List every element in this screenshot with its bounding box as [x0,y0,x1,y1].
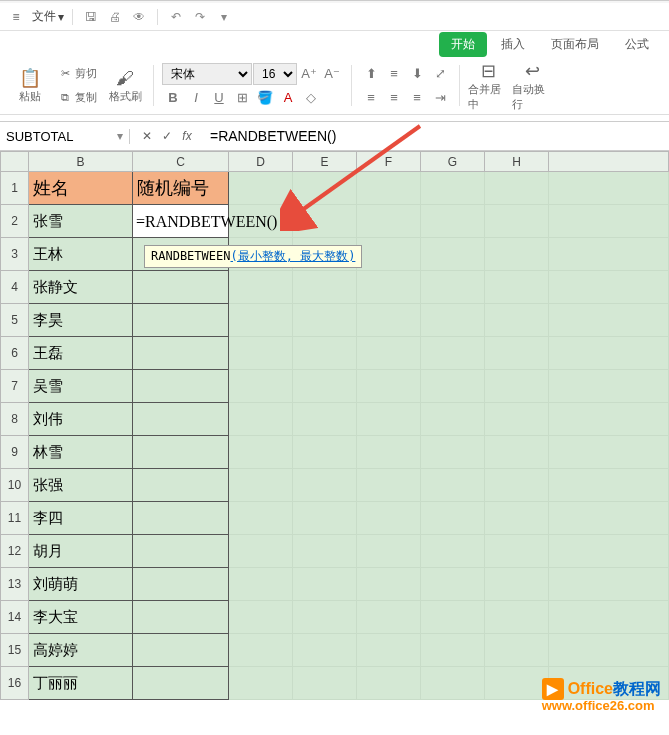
col-header-G[interactable]: G [421,152,485,172]
fill-color-button[interactable]: 🪣 [254,87,276,109]
print-preview-icon[interactable]: 👁 [129,7,149,27]
col-header-D[interactable]: D [229,152,293,172]
save-icon[interactable]: 🖫 [81,7,101,27]
copy-button[interactable]: ⧉复制 [54,87,101,109]
file-menu[interactable]: 文件 ▾ [32,8,64,25]
sheet-area: B C D E F G H 1 姓名 随机编号 2 张雪 3王林 4张静文 5李… [0,151,669,700]
cell-B1[interactable]: 姓名 [29,172,133,205]
paste-icon: 📋 [19,67,41,89]
ribbon: 📋 粘贴 ✂剪切 ⧉复制 🖌 格式刷 宋体 16 A⁺ A⁻ B I U ⊞ [0,57,669,115]
menu-bar: ≡ 文件 ▾ 🖫 🖨 👁 ↶ ↷ ▾ [0,3,669,31]
cell-editing-overlay[interactable]: =RANDBETWEEN() [136,213,277,231]
function-tooltip: RANDBETWEEN(最小整数, 最大整数) [144,245,362,268]
col-header-H[interactable]: H [485,152,549,172]
spreadsheet-grid[interactable]: B C D E F G H 1 姓名 随机编号 2 张雪 3王林 4张静文 5李… [0,151,669,700]
tab-formula[interactable]: 公式 [613,32,661,57]
tab-start[interactable]: 开始 [439,32,487,57]
align-bottom-icon[interactable]: ⬇ [406,63,428,85]
tabs-bar: 开始 插入 页面布局 公式 [0,31,669,57]
font-color-button[interactable]: A [277,87,299,109]
align-right-icon[interactable]: ≡ [406,87,428,109]
align-left-icon[interactable]: ≡ [360,87,382,109]
col-header-E[interactable]: E [293,152,357,172]
scissors-icon: ✂ [58,67,72,81]
indent-icon[interactable]: ⇥ [429,87,451,109]
align-center-icon[interactable]: ≡ [383,87,405,109]
tab-insert[interactable]: 插入 [489,32,537,57]
qat-dropdown-icon[interactable]: ▾ [214,7,234,27]
select-all-corner[interactable] [1,152,29,172]
font-size-select[interactable]: 16 [253,63,297,85]
increase-font-icon[interactable]: A⁺ [298,63,320,85]
col-header-F[interactable]: F [357,152,421,172]
name-box-dropdown-icon[interactable]: ▾ [117,129,123,143]
app-menu-icon[interactable]: ≡ [8,9,24,25]
brush-icon: 🖌 [116,68,134,89]
cell-C1[interactable]: 随机编号 [133,172,229,205]
col-header-end[interactable] [549,152,669,172]
italic-button[interactable]: I [185,87,207,109]
paste-button[interactable]: 📋 粘贴 [10,62,50,110]
accept-formula-icon[interactable]: ✓ [158,127,176,145]
underline-button[interactable]: U [208,87,230,109]
cancel-formula-icon[interactable]: ✕ [138,127,156,145]
border-button[interactable]: ⊞ [231,87,253,109]
row-header[interactable]: 1 [1,172,29,205]
tooltip-args[interactable]: (最小整数, 最大整数) [230,249,355,263]
wrap-icon: ↩ [525,60,540,82]
wrap-text-button[interactable]: ↩ 自动换行 [512,62,552,110]
name-box-input[interactable] [6,129,117,144]
merge-center-button[interactable]: ⊟ 合并居中 [468,62,508,110]
tab-layout[interactable]: 页面布局 [539,32,611,57]
dropdown-icon: ▾ [58,10,64,24]
clear-format-button[interactable]: ◇ [300,87,322,109]
undo-icon[interactable]: ↶ [166,7,186,27]
fx-icon[interactable]: fx [178,127,196,145]
merge-icon: ⊟ [481,60,496,82]
font-name-select[interactable]: 宋体 [162,63,252,85]
format-painter-button[interactable]: 🖌 格式刷 [105,62,145,110]
copy-icon: ⧉ [58,91,72,105]
align-top-icon[interactable]: ⬆ [360,63,382,85]
decrease-font-icon[interactable]: A⁻ [321,63,343,85]
watermark-logo-icon: ▶ [542,678,564,700]
formula-bar: ▾ ✕ ✓ fx [0,121,669,151]
formula-input[interactable] [204,128,669,144]
cell-B2[interactable]: 张雪 [29,205,133,238]
row-header[interactable]: 2 [1,205,29,238]
redo-icon[interactable]: ↷ [190,7,210,27]
watermark-url: www.office26.com [542,698,661,713]
orientation-icon[interactable]: ⤢ [429,63,451,85]
name-box[interactable]: ▾ [0,129,130,144]
col-header-B[interactable]: B [29,152,133,172]
watermark: ▶ Office教程网 www.office26.com [542,678,661,713]
bold-button[interactable]: B [162,87,184,109]
cut-button[interactable]: ✂剪切 [54,63,101,85]
cell-D1[interactable] [229,172,293,205]
align-middle-icon[interactable]: ≡ [383,63,405,85]
print-icon[interactable]: 🖨 [105,7,125,27]
col-header-C[interactable]: C [133,152,229,172]
